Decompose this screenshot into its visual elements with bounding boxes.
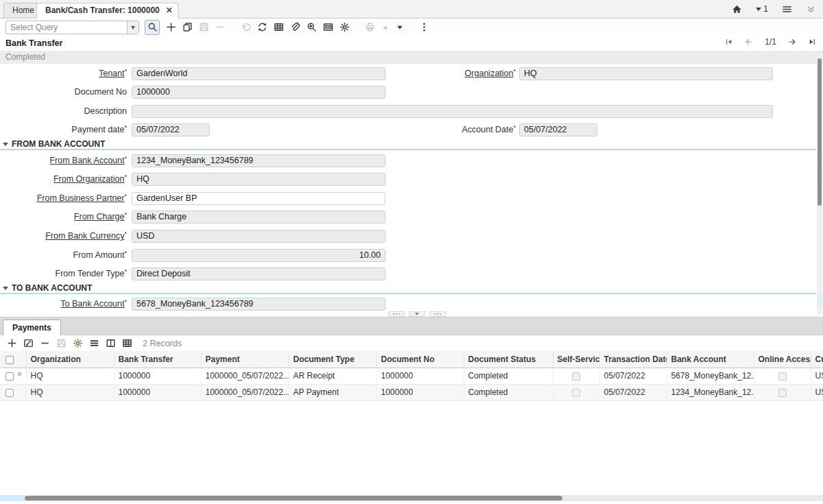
last-record-icon[interactable] — [808, 38, 816, 46]
online-access-checkbox[interactable] — [778, 389, 787, 397]
next-record-icon[interactable] — [788, 38, 796, 46]
tenant-field[interactable]: GardenWorld — [132, 67, 385, 80]
grid-toggle-button[interactable] — [274, 22, 284, 32]
delete-row-icon[interactable] — [40, 338, 50, 348]
splitter-grip[interactable] — [388, 311, 405, 317]
account-date-field[interactable]: 05/07/2022 — [519, 123, 597, 136]
cell-document-no[interactable]: 1000000 — [377, 368, 464, 384]
toolbar-overflow-button[interactable] — [396, 23, 404, 32]
expand-all-icon[interactable] — [806, 4, 816, 14]
col-payment[interactable]: Payment — [201, 351, 289, 368]
cell-payment[interactable]: 1000000_05/07/2022... — [201, 384, 289, 400]
cell-bank-transfer[interactable]: 1000000 — [114, 368, 201, 384]
organization-label[interactable]: Organization* — [384, 67, 516, 80]
grid-view-icon[interactable] — [122, 338, 132, 348]
new-record-button[interactable] — [166, 22, 176, 32]
edit-row-icon[interactable] — [23, 338, 34, 348]
horizontal-scrollbar-thumb[interactable] — [25, 496, 562, 501]
cell-document-type[interactable]: AR Receipt — [289, 368, 377, 384]
split-view-icon[interactable] — [106, 338, 116, 348]
from-bank-currency-field[interactable]: USD — [132, 230, 385, 243]
col-transaction-date[interactable]: Transaction Date — [599, 351, 667, 368]
print-button[interactable] — [365, 22, 375, 32]
cell-currency[interactable]: US — [811, 368, 823, 384]
attachment-button[interactable] — [290, 22, 300, 32]
cell-transaction-date[interactable]: 05/07/2022 — [599, 384, 667, 400]
from-charge-field[interactable]: Bank Charge — [132, 211, 385, 224]
report-button[interactable] — [323, 22, 333, 32]
col-document-no[interactable]: Document No — [377, 351, 464, 368]
find-button[interactable] — [145, 20, 160, 35]
from-business-partner-field[interactable]: GardenUser BP — [132, 192, 385, 205]
payment-date-field[interactable]: 05/07/2022 — [132, 123, 210, 136]
from-bank-account-field[interactable]: 1234_MoneyBank_123456789 — [132, 154, 385, 167]
toggle-list-icon[interactable] — [89, 338, 99, 348]
collapse-button[interactable] — [381, 23, 390, 32]
first-record-icon[interactable] — [725, 38, 733, 46]
refresh-button[interactable] — [257, 22, 267, 32]
cell-transaction-date[interactable]: 05/07/2022 — [599, 368, 667, 384]
tenant-label[interactable]: Tenant* — [0, 67, 127, 80]
section-from-bank-account[interactable]: FROM BANK ACCOUNT — [0, 139, 816, 150]
col-online-access[interactable]: Online Access — [754, 351, 811, 368]
col-bank-account[interactable]: Bank Account — [667, 351, 754, 368]
cell-document-no[interactable]: 1000000 — [377, 384, 464, 400]
cell-organization[interactable]: HQ — [26, 368, 114, 384]
from-tender-type-field[interactable]: Direct Deposit — [132, 267, 385, 280]
cell-bank-transfer[interactable]: 1000000 — [114, 384, 201, 400]
self-service-checkbox[interactable] — [572, 389, 580, 397]
cell-currency[interactable]: US — [811, 384, 823, 400]
window-count-dropdown[interactable]: 1 — [756, 4, 768, 14]
new-row-icon[interactable] — [7, 338, 17, 348]
col-organization[interactable]: Organization — [26, 351, 114, 368]
col-self-service[interactable]: Self-Service — [553, 351, 599, 368]
tab-payments[interactable]: Payments — [3, 320, 61, 336]
col-bank-transfer[interactable]: Bank Transfer — [114, 351, 201, 368]
from-business-partner-label[interactable]: From Business Partner* — [0, 192, 127, 205]
save-button[interactable] — [199, 22, 209, 32]
row-checkbox[interactable] — [5, 389, 14, 397]
previous-record-icon[interactable] — [745, 38, 753, 46]
home-icon[interactable] — [732, 4, 742, 14]
delete-button[interactable] — [215, 22, 226, 32]
save-row-icon[interactable] — [56, 338, 67, 348]
tab-bank-cash-transfer[interactable]: Bank/Cash Transfer: 1000000 ✕ — [36, 3, 178, 19]
more-options-button[interactable] — [419, 22, 429, 32]
detail-process-gear-icon[interactable] — [73, 338, 83, 348]
description-field[interactable] — [132, 105, 773, 118]
horizontal-scrollbar[interactable] — [0, 495, 823, 501]
copy-record-button[interactable] — [182, 22, 193, 32]
from-organization-field[interactable]: HQ — [132, 173, 385, 186]
cell-document-status[interactable]: Completed — [464, 384, 553, 400]
from-bank-currency-label[interactable]: From Bank Currency* — [0, 230, 127, 243]
section-to-bank-account[interactable]: TO BANK ACCOUNT — [0, 283, 816, 294]
cell-payment[interactable]: 1000000_05/07/2022... — [201, 368, 289, 384]
select-all-checkbox[interactable] — [5, 356, 14, 364]
menu-icon[interactable] — [782, 4, 792, 14]
from-organization-label[interactable]: From Organization* — [0, 173, 127, 186]
zoom-across-button[interactable] — [307, 22, 317, 32]
col-currency[interactable]: Cu — [811, 351, 823, 368]
select-query-dropdown-button[interactable] — [127, 21, 139, 34]
splitter-collapse-handle[interactable] — [409, 311, 425, 317]
row-checkbox[interactable] — [5, 372, 14, 381]
cell-bank-account[interactable]: 5678_MoneyBank_12... — [667, 368, 754, 384]
cell-bank-account[interactable]: 1234_MoneyBank_12... — [667, 384, 754, 400]
cell-document-status[interactable]: Completed — [464, 368, 553, 384]
from-charge-label[interactable]: From Charge* — [0, 211, 127, 224]
table-row[interactable]: HQ 1000000 1000000_05/07/2022... AP Paym… — [0, 384, 823, 400]
self-service-checkbox[interactable] — [572, 372, 580, 381]
from-bank-account-label[interactable]: From Bank Account* — [0, 154, 127, 167]
select-query-input[interactable] — [6, 21, 127, 34]
organization-field[interactable]: HQ — [519, 67, 773, 80]
online-access-checkbox[interactable] — [778, 372, 787, 381]
process-button[interactable] — [339, 22, 350, 32]
undo-button[interactable] — [241, 22, 251, 32]
select-all-header[interactable] — [0, 351, 26, 368]
vertical-scrollbar-thumb[interactable] — [818, 58, 822, 206]
splitter-grip[interactable] — [429, 311, 446, 317]
cell-document-type[interactable]: AP Payment — [289, 384, 377, 400]
from-amount-field[interactable]: 10.00 — [132, 249, 385, 262]
close-tab-icon[interactable]: ✕ — [166, 5, 173, 15]
col-document-status[interactable]: Document Status — [464, 351, 553, 368]
